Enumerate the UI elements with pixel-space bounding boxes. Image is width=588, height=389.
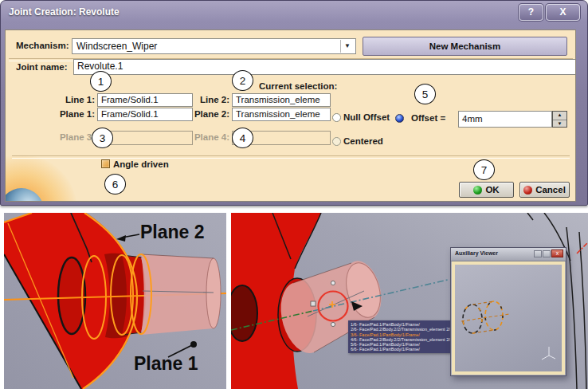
plane1-input[interactable]: Frame/Solid.1 (97, 108, 193, 121)
line1-input[interactable]: Frame/Solid.1 (97, 93, 193, 107)
plane2-annotation: Plane 2 (140, 222, 205, 243)
spinner-up-icon[interactable]: ▲ (553, 112, 566, 120)
null-offset-radio[interactable] (332, 113, 341, 122)
new-mechanism-button[interactable]: New Mechanism (363, 37, 567, 56)
callout-2: 2 (232, 70, 253, 91)
help-icon: ? (528, 6, 534, 18)
plane1-annotation: Plane 1 (134, 353, 198, 375)
preselection-tooltip: 1/6- Face/Pad.1/PartBody/1/Frame/ 2/6- F… (348, 320, 462, 353)
joint-name-input[interactable]: Revolute.1 (73, 59, 576, 75)
help-button[interactable]: ? (519, 4, 543, 21)
centered-radio[interactable] (332, 137, 341, 146)
callout-5: 5 (414, 84, 436, 104)
separator (12, 155, 570, 159)
callout-4: 4 (232, 128, 253, 148)
chevron-down-icon[interactable]: ▼ (340, 40, 354, 53)
centered-label: Centered (343, 136, 383, 146)
ok-button[interactable]: OK (459, 182, 514, 198)
close-icon: X (559, 6, 566, 18)
offset-radio[interactable] (395, 114, 404, 123)
axis-triad-icon (542, 347, 555, 360)
offset-value-input[interactable]: 4mm (458, 111, 552, 128)
dialog-title: Joint Creation: Revolute (9, 6, 120, 18)
tooltip-line: 6/6- Face/Pad.1/PartBody/1/Frame/ (351, 347, 462, 352)
plane1-label: Plane 1: (49, 109, 95, 119)
auxiliary-viewer-title: Auxiliary Viewer (455, 250, 498, 256)
callout-1: 1 (90, 71, 112, 92)
ok-status-icon (473, 186, 482, 194)
mechanism-dropdown[interactable]: Windscreen_Wiper ▼ (72, 38, 356, 54)
plane2-label: Plane 2: (194, 109, 229, 119)
angle-driven-checkbox[interactable] (101, 159, 110, 168)
auxiliary-viewer-titlebar[interactable]: Auxiliary Viewer x (451, 248, 566, 261)
cancel-button[interactable]: Cancel (519, 182, 570, 198)
joint-creation-dialog: Joint Creation: Revolute ? X Mechanism: … (0, 0, 588, 206)
callout-3: 3 (92, 128, 113, 148)
spinner-down-icon[interactable]: ▼ (553, 120, 566, 128)
mechanism-value: Windscreen_Wiper (76, 41, 157, 52)
callout-6: 6 (104, 174, 126, 194)
ok-button-label: OK (485, 185, 499, 194)
mechanism-label: Mechanism: (16, 41, 69, 50)
plane2-input[interactable]: Transmission_eleme (232, 108, 331, 121)
maximize-button[interactable] (543, 250, 551, 257)
cancel-button-label: Cancel (535, 185, 566, 194)
plane4-label: Plane 4: (194, 132, 229, 142)
line2-input[interactable]: Transmission_eleme (232, 93, 331, 107)
null-offset-label: Null Offset (343, 112, 390, 122)
auxiliary-viewer-canvas[interactable] (452, 261, 565, 375)
line1-label: Line 1: (49, 95, 95, 104)
auxiliary-viewer-window[interactable]: Auxiliary Viewer x (450, 247, 566, 376)
offset-spinner[interactable]: ▲ ▼ (552, 111, 567, 128)
close-button[interactable]: X (546, 4, 580, 21)
angle-driven-label: Angle driven (113, 159, 169, 169)
callout-7: 7 (473, 159, 495, 180)
offset-label: Offset = (411, 113, 445, 123)
screenshot-root: Joint Creation: Revolute ? X Mechanism: … (0, 0, 588, 389)
tooltip-line: 2/6- Face/Pad.2/Body.2/2/Transmission_el… (351, 327, 462, 332)
viewport-left[interactable]: Plane 2 Plane 1 (4, 213, 226, 389)
joint-name-label: Joint name: (16, 62, 68, 72)
line2-label: Line 2: (196, 95, 229, 104)
plane3-label: Plane 3: (49, 132, 95, 142)
cancel-status-icon (523, 186, 532, 194)
minimize-button[interactable] (534, 250, 542, 257)
current-selection-label: Current selection: (259, 81, 337, 91)
close-button-aux[interactable]: x (551, 250, 563, 257)
